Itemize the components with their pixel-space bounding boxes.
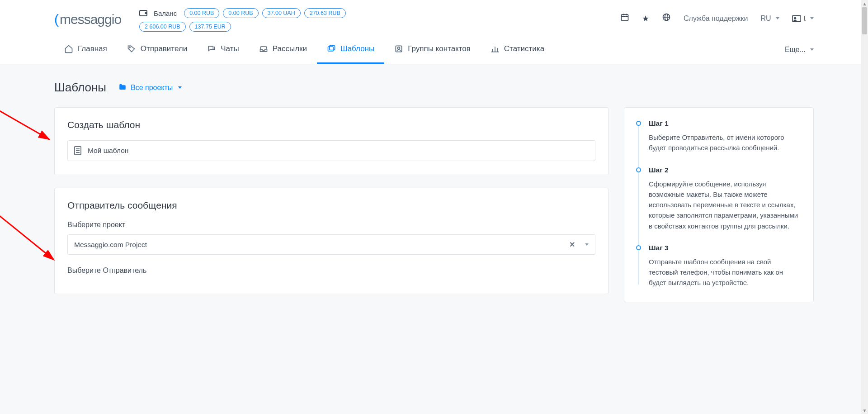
svg-point-13	[398, 47, 400, 49]
svg-line-19	[0, 216, 54, 260]
nav-statistics[interactable]: Статистика	[481, 35, 554, 64]
step-dot	[636, 245, 641, 250]
step-3: Шаг 3 Отправьте шаблон сообщения на свой…	[649, 244, 802, 288]
nav-more[interactable]: Еще...	[775, 37, 814, 63]
balance-pill[interactable]: 270.63 RUB	[304, 8, 346, 18]
nav-label: Статистика	[504, 44, 544, 53]
chat-icon	[207, 44, 216, 53]
templates-icon	[327, 44, 336, 53]
project-select[interactable]: Messaggio.com Project ✕	[67, 234, 595, 255]
balance-pill[interactable]: 0.00 RUB	[184, 8, 219, 18]
nav-label: Группы контактов	[408, 44, 471, 53]
calendar-icon[interactable]	[620, 13, 629, 24]
logo-text: messaggio	[60, 12, 121, 27]
template-name-row[interactable]	[67, 140, 595, 161]
folder-icon	[118, 83, 127, 93]
svg-rect-11	[330, 46, 335, 50]
logo-open-bracket: (	[54, 12, 58, 27]
create-template-card: Создать шаблон	[54, 107, 609, 175]
tag-icon	[127, 44, 136, 53]
svg-point-9	[129, 47, 130, 48]
step-2: Шаг 2 Сформируйте сообщение, используя в…	[649, 166, 802, 231]
star-icon[interactable]: ★	[642, 14, 649, 24]
nav-campaigns[interactable]: Рассылки	[249, 35, 317, 64]
logo[interactable]: (messaggio	[54, 12, 121, 27]
nav-label: Отправители	[141, 44, 188, 53]
clear-icon[interactable]: ✕	[569, 240, 575, 249]
nav-chats[interactable]: Чаты	[197, 35, 249, 64]
nav-label: Шаблоны	[340, 44, 374, 53]
step-dot	[636, 167, 641, 172]
wallet-icon	[139, 10, 147, 16]
lang-label: RU	[760, 14, 771, 23]
project-filter[interactable]: Все проекты	[118, 83, 182, 93]
scrollbar-thumb[interactable]	[862, 7, 867, 34]
nav-label: Чаты	[221, 44, 239, 53]
scrollbar[interactable]: ▲ ▼	[861, 0, 868, 329]
user-label: t	[804, 14, 806, 23]
balance-pill[interactable]: 137.75 EUR	[189, 22, 231, 32]
step-text: Выберите Отправитель, от имени которого …	[649, 132, 802, 153]
svg-rect-0	[622, 14, 628, 20]
template-name-input[interactable]	[88, 147, 589, 155]
steps-sidebar: Шаг 1 Выберите Отправитель, от имени кот…	[624, 107, 814, 302]
nav-label: Главная	[78, 44, 107, 53]
main-column: Создать шаблон Отправитель сообщения Выб…	[54, 107, 609, 294]
chevron-down-icon	[810, 48, 814, 51]
support-link[interactable]: Служба поддержки	[684, 14, 748, 23]
chevron-down-icon	[776, 17, 779, 19]
sender-card: Отправитель сообщения Выберите проект Me…	[54, 188, 609, 294]
bars-icon	[491, 44, 500, 53]
step-title: Шаг 1	[649, 119, 802, 128]
page-header: Шаблоны Все проекты	[54, 81, 814, 95]
nav-templates[interactable]: Шаблоны	[317, 35, 384, 64]
annotation-arrow-2	[0, 214, 61, 266]
topbar: (messaggio Баланс 0.00 RUB 0.00 RUB 37.0…	[0, 0, 868, 35]
nav-contact-groups[interactable]: Группы контактов	[384, 35, 481, 64]
sender-select-label: Выберите Отправитель	[67, 266, 595, 275]
steps-timeline: Шаг 1 Выберите Отправитель, от имени кот…	[636, 119, 802, 288]
step-title: Шаг 3	[649, 244, 802, 252]
main-nav: Главная Отправители Чаты Рассылки Шаблон…	[0, 35, 868, 64]
chevron-down-icon	[178, 86, 182, 89]
page-title: Шаблоны	[54, 81, 106, 95]
balance-pill[interactable]: 0.00 RUB	[223, 8, 258, 18]
user-menu[interactable]: t	[792, 14, 814, 23]
balance-block: Баланс 0.00 RUB 0.00 RUB 37.00 UAH 270.6…	[139, 8, 356, 32]
project-select-label: Выберите проект	[67, 221, 595, 229]
balance-pill[interactable]: 37.00 UAH	[262, 8, 301, 18]
step-dot	[636, 121, 641, 126]
svg-rect-10	[328, 47, 334, 51]
create-template-title: Создать шаблон	[67, 119, 595, 130]
content-columns: Создать шаблон Отправитель сообщения Выб…	[54, 107, 814, 302]
step-text: Отправьте шаблон сообщения на свой тесто…	[649, 257, 802, 288]
annotation-arrow-1	[0, 109, 56, 145]
language-selector[interactable]: RU	[760, 14, 779, 23]
project-select-value: Messaggio.com Project	[74, 241, 147, 249]
balance-label: Баланс	[154, 10, 177, 17]
nav-senders[interactable]: Отправители	[117, 35, 198, 64]
topbar-right: ★ Служба поддержки RU t	[620, 13, 814, 24]
balance-pill[interactable]: 2 606.00 RUB	[139, 22, 186, 32]
sender-card-title: Отправитель сообщения	[67, 200, 595, 211]
svg-line-18	[0, 111, 49, 139]
support-label: Служба поддержки	[684, 14, 748, 23]
chevron-down-icon[interactable]	[585, 243, 589, 246]
step-title: Шаг 2	[649, 166, 802, 174]
globe-icon[interactable]	[662, 13, 671, 24]
step-1: Шаг 1 Выберите Отправитель, от имени кот…	[649, 119, 802, 153]
nav-home[interactable]: Главная	[54, 35, 117, 64]
inbox-icon	[259, 44, 268, 53]
page-body: Шаблоны Все проекты Создать шаблон Отпра…	[0, 64, 868, 329]
step-text: Сформируйте сообщение, используя возможн…	[649, 179, 802, 231]
nav-label: Рассылки	[273, 44, 307, 53]
select-actions: ✕	[569, 240, 589, 249]
contacts-icon	[394, 44, 403, 53]
document-icon	[74, 146, 81, 155]
scroll-up-icon[interactable]: ▲	[861, 0, 868, 7]
home-icon	[64, 44, 73, 53]
chevron-down-icon	[810, 17, 814, 19]
nav-more-label: Еще...	[785, 46, 806, 54]
svg-point-8	[794, 17, 796, 19]
project-filter-label: Все проекты	[131, 84, 173, 92]
